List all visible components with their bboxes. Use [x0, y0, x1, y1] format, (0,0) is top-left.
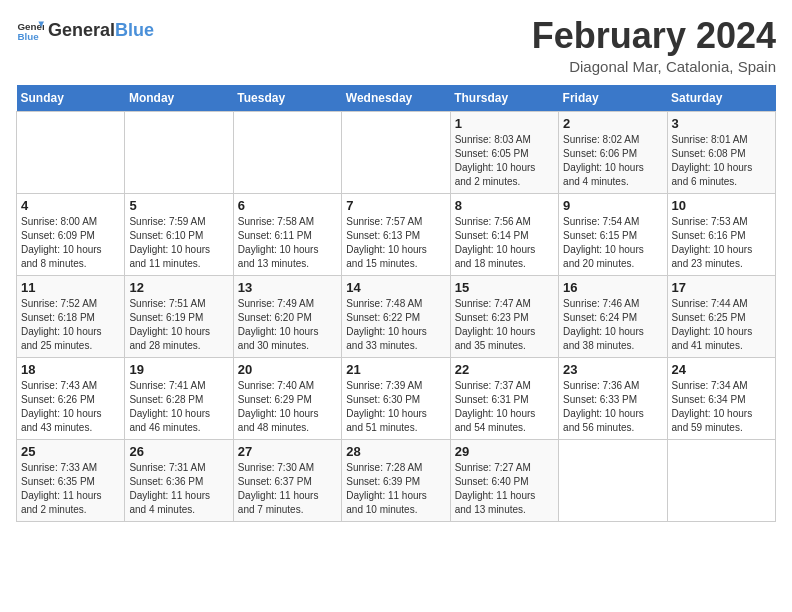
day-cell: 28Sunrise: 7:28 AM Sunset: 6:39 PM Dayli…	[342, 439, 450, 521]
day-number: 7	[346, 198, 445, 213]
day-cell: 25Sunrise: 7:33 AM Sunset: 6:35 PM Dayli…	[17, 439, 125, 521]
column-header-friday: Friday	[559, 85, 667, 112]
day-cell	[342, 111, 450, 193]
day-number: 15	[455, 280, 554, 295]
day-cell: 8Sunrise: 7:56 AM Sunset: 6:14 PM Daylig…	[450, 193, 558, 275]
day-number: 21	[346, 362, 445, 377]
day-info: Sunrise: 7:40 AM Sunset: 6:29 PM Dayligh…	[238, 379, 337, 435]
day-info: Sunrise: 7:44 AM Sunset: 6:25 PM Dayligh…	[672, 297, 771, 353]
day-info: Sunrise: 7:37 AM Sunset: 6:31 PM Dayligh…	[455, 379, 554, 435]
day-cell	[17, 111, 125, 193]
column-header-wednesday: Wednesday	[342, 85, 450, 112]
day-number: 23	[563, 362, 662, 377]
title-area: February 2024 Diagonal Mar, Catalonia, S…	[532, 16, 776, 75]
day-cell: 20Sunrise: 7:40 AM Sunset: 6:29 PM Dayli…	[233, 357, 341, 439]
week-row-5: 25Sunrise: 7:33 AM Sunset: 6:35 PM Dayli…	[17, 439, 776, 521]
day-info: Sunrise: 7:31 AM Sunset: 6:36 PM Dayligh…	[129, 461, 228, 517]
day-number: 19	[129, 362, 228, 377]
day-info: Sunrise: 7:57 AM Sunset: 6:13 PM Dayligh…	[346, 215, 445, 271]
day-number: 8	[455, 198, 554, 213]
day-info: Sunrise: 7:39 AM Sunset: 6:30 PM Dayligh…	[346, 379, 445, 435]
day-number: 17	[672, 280, 771, 295]
day-cell	[667, 439, 775, 521]
column-header-thursday: Thursday	[450, 85, 558, 112]
column-header-sunday: Sunday	[17, 85, 125, 112]
logo-blue-text: Blue	[115, 20, 154, 41]
day-number: 27	[238, 444, 337, 459]
day-cell: 22Sunrise: 7:37 AM Sunset: 6:31 PM Dayli…	[450, 357, 558, 439]
day-number: 18	[21, 362, 120, 377]
day-info: Sunrise: 7:27 AM Sunset: 6:40 PM Dayligh…	[455, 461, 554, 517]
column-header-monday: Monday	[125, 85, 233, 112]
svg-text:Blue: Blue	[17, 31, 39, 42]
day-info: Sunrise: 7:28 AM Sunset: 6:39 PM Dayligh…	[346, 461, 445, 517]
logo: General Blue GeneralBlue	[16, 16, 154, 44]
week-row-2: 4Sunrise: 8:00 AM Sunset: 6:09 PM Daylig…	[17, 193, 776, 275]
day-info: Sunrise: 7:51 AM Sunset: 6:19 PM Dayligh…	[129, 297, 228, 353]
day-cell: 3Sunrise: 8:01 AM Sunset: 6:08 PM Daylig…	[667, 111, 775, 193]
day-cell: 21Sunrise: 7:39 AM Sunset: 6:30 PM Dayli…	[342, 357, 450, 439]
day-cell	[233, 111, 341, 193]
day-number: 24	[672, 362, 771, 377]
day-cell: 15Sunrise: 7:47 AM Sunset: 6:23 PM Dayli…	[450, 275, 558, 357]
day-cell: 26Sunrise: 7:31 AM Sunset: 6:36 PM Dayli…	[125, 439, 233, 521]
day-info: Sunrise: 7:48 AM Sunset: 6:22 PM Dayligh…	[346, 297, 445, 353]
day-info: Sunrise: 7:43 AM Sunset: 6:26 PM Dayligh…	[21, 379, 120, 435]
day-number: 29	[455, 444, 554, 459]
day-cell: 24Sunrise: 7:34 AM Sunset: 6:34 PM Dayli…	[667, 357, 775, 439]
day-number: 14	[346, 280, 445, 295]
day-cell: 11Sunrise: 7:52 AM Sunset: 6:18 PM Dayli…	[17, 275, 125, 357]
day-number: 26	[129, 444, 228, 459]
day-info: Sunrise: 8:03 AM Sunset: 6:05 PM Dayligh…	[455, 133, 554, 189]
day-number: 12	[129, 280, 228, 295]
calendar-body: 1Sunrise: 8:03 AM Sunset: 6:05 PM Daylig…	[17, 111, 776, 521]
day-info: Sunrise: 7:30 AM Sunset: 6:37 PM Dayligh…	[238, 461, 337, 517]
day-cell: 6Sunrise: 7:58 AM Sunset: 6:11 PM Daylig…	[233, 193, 341, 275]
day-info: Sunrise: 7:33 AM Sunset: 6:35 PM Dayligh…	[21, 461, 120, 517]
day-cell: 29Sunrise: 7:27 AM Sunset: 6:40 PM Dayli…	[450, 439, 558, 521]
day-number: 22	[455, 362, 554, 377]
column-header-tuesday: Tuesday	[233, 85, 341, 112]
day-info: Sunrise: 7:58 AM Sunset: 6:11 PM Dayligh…	[238, 215, 337, 271]
day-number: 4	[21, 198, 120, 213]
day-cell: 13Sunrise: 7:49 AM Sunset: 6:20 PM Dayli…	[233, 275, 341, 357]
day-cell	[559, 439, 667, 521]
day-number: 28	[346, 444, 445, 459]
day-info: Sunrise: 7:56 AM Sunset: 6:14 PM Dayligh…	[455, 215, 554, 271]
day-number: 25	[21, 444, 120, 459]
day-cell	[125, 111, 233, 193]
day-number: 6	[238, 198, 337, 213]
week-row-3: 11Sunrise: 7:52 AM Sunset: 6:18 PM Dayli…	[17, 275, 776, 357]
day-cell: 2Sunrise: 8:02 AM Sunset: 6:06 PM Daylig…	[559, 111, 667, 193]
day-info: Sunrise: 8:02 AM Sunset: 6:06 PM Dayligh…	[563, 133, 662, 189]
day-cell: 1Sunrise: 8:03 AM Sunset: 6:05 PM Daylig…	[450, 111, 558, 193]
day-number: 9	[563, 198, 662, 213]
day-cell: 16Sunrise: 7:46 AM Sunset: 6:24 PM Dayli…	[559, 275, 667, 357]
day-cell: 17Sunrise: 7:44 AM Sunset: 6:25 PM Dayli…	[667, 275, 775, 357]
week-row-4: 18Sunrise: 7:43 AM Sunset: 6:26 PM Dayli…	[17, 357, 776, 439]
day-info: Sunrise: 8:00 AM Sunset: 6:09 PM Dayligh…	[21, 215, 120, 271]
day-number: 11	[21, 280, 120, 295]
day-cell: 27Sunrise: 7:30 AM Sunset: 6:37 PM Dayli…	[233, 439, 341, 521]
day-info: Sunrise: 7:34 AM Sunset: 6:34 PM Dayligh…	[672, 379, 771, 435]
day-info: Sunrise: 7:49 AM Sunset: 6:20 PM Dayligh…	[238, 297, 337, 353]
day-info: Sunrise: 7:36 AM Sunset: 6:33 PM Dayligh…	[563, 379, 662, 435]
logo-general-text: General	[48, 20, 115, 41]
day-info: Sunrise: 7:41 AM Sunset: 6:28 PM Dayligh…	[129, 379, 228, 435]
day-cell: 4Sunrise: 8:00 AM Sunset: 6:09 PM Daylig…	[17, 193, 125, 275]
calendar-header-row: SundayMondayTuesdayWednesdayThursdayFrid…	[17, 85, 776, 112]
page-subtitle: Diagonal Mar, Catalonia, Spain	[532, 58, 776, 75]
day-number: 5	[129, 198, 228, 213]
logo-icon: General Blue	[16, 16, 44, 44]
day-number: 2	[563, 116, 662, 131]
day-number: 10	[672, 198, 771, 213]
day-number: 1	[455, 116, 554, 131]
day-number: 16	[563, 280, 662, 295]
day-info: Sunrise: 7:59 AM Sunset: 6:10 PM Dayligh…	[129, 215, 228, 271]
day-cell: 10Sunrise: 7:53 AM Sunset: 6:16 PM Dayli…	[667, 193, 775, 275]
day-number: 20	[238, 362, 337, 377]
day-cell: 19Sunrise: 7:41 AM Sunset: 6:28 PM Dayli…	[125, 357, 233, 439]
day-cell: 18Sunrise: 7:43 AM Sunset: 6:26 PM Dayli…	[17, 357, 125, 439]
page-title: February 2024	[532, 16, 776, 56]
day-number: 13	[238, 280, 337, 295]
